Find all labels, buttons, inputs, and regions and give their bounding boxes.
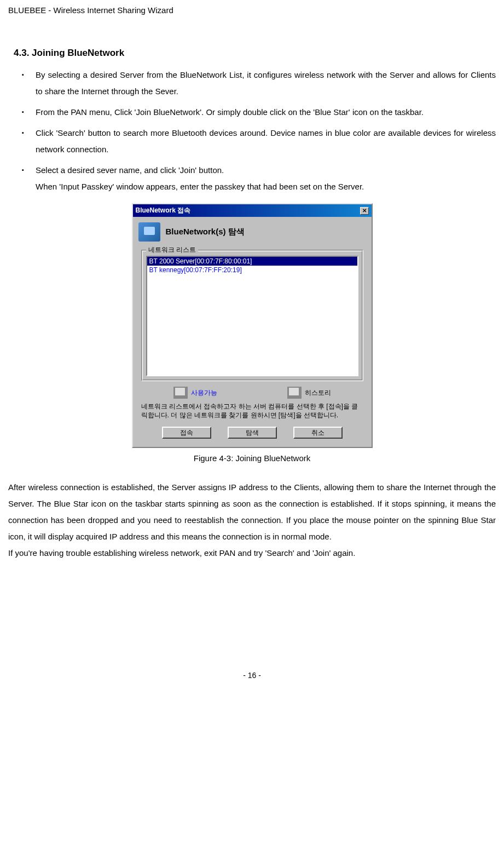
computer-icon [173,387,188,399]
button-row: 접속 탐색 취소 [133,424,372,447]
instruction-list: By selecting a desired Server from the B… [8,67,496,195]
network-item[interactable]: BT kennegy[00:07:7F:FF:20:19] [147,266,357,274]
status-label: 히스토리 [305,388,331,398]
dialog-window: BlueNetwork 접속 ✕ BlueNetwork(s) 탐색 네트워크 … [132,203,373,448]
list-item-text: Click 'Search' button to search more Blu… [36,125,496,158]
screenshot-wrapper: BlueNetwork 접속 ✕ BlueNetwork(s) 탐색 네트워크 … [8,203,496,448]
network-list-fieldset: 네트워크 리스트 BT 2000 Server[00:07:7F:80:00:0… [141,250,363,381]
list-item: Select a desired sever name, and click '… [36,162,496,195]
fieldset-legend: 네트워크 리스트 [146,245,198,255]
list-item-subtext: When 'Input Passkey' window appears, ent… [36,179,496,195]
status-label: 사용가능 [191,388,217,398]
document-header: BLUEBEE - Wireless Internet Sharing Wiza… [8,5,496,15]
dialog-header: BlueNetwork(s) 탐색 [133,217,372,247]
status-available: 사용가능 [173,387,217,399]
status-history: 히스토리 [287,387,331,399]
network-listbox[interactable]: BT 2000 Server[00:07:7F:80:00:01] BT ken… [146,256,358,376]
body-paragraph: If you're having trouble establishing wi… [8,545,496,561]
connect-button[interactable]: 접속 [162,427,211,439]
cancel-button[interactable]: 취소 [293,427,343,439]
search-button[interactable]: 탐색 [228,427,277,439]
dialog-title: BlueNetwork(s) 탐색 [166,227,245,237]
list-item-text: From the PAN menu, Click 'Join BlueNetwo… [36,104,496,120]
body-paragraph: After wireless connection is established… [8,479,496,545]
figure-caption: Figure 4-3: Joining BlueNetwork [8,453,496,463]
list-item: From the PAN menu, Click 'Join BlueNetwo… [36,104,496,120]
network-icon [138,222,160,242]
close-button[interactable]: ✕ [360,207,369,215]
close-icon: ✕ [362,208,367,214]
page-number: - 16 - [8,671,496,680]
network-item-selected[interactable]: BT 2000 Server[00:07:7F:80:00:01] [147,257,357,266]
window-titlebar: BlueNetwork 접속 ✕ [133,204,372,217]
window-title: BlueNetwork 접속 [136,206,191,215]
list-item-text: By selecting a desired Server from the B… [36,67,496,100]
list-item: Click 'Search' button to search more Blu… [36,125,496,158]
section-heading: 4.3. Joining BlueNetwork [8,48,496,59]
list-item-text: Select a desired sever name, and click '… [36,162,496,179]
list-item: By selecting a desired Server from the B… [36,67,496,100]
computer-icon [287,387,302,399]
status-row: 사용가능 히스토리 [133,384,372,401]
dialog-help-text: 네트워크 리스트에서 접속하고자 하는 서버 컴퓨터를 선택한 후 [접속]을 … [133,401,372,424]
